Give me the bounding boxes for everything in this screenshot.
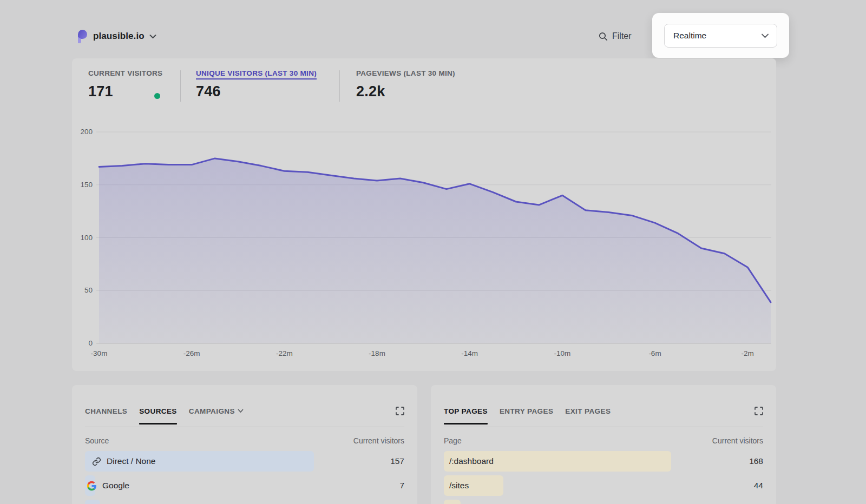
filter-button[interactable]: Filter (599, 30, 632, 43)
page-row-partial (444, 500, 763, 504)
source-name[interactable]: Direct / None (107, 456, 155, 466)
expand-icon[interactable] (395, 406, 405, 416)
source-value: 157 (390, 451, 404, 472)
page-value: 168 (749, 451, 763, 472)
expand-icon[interactable] (753, 406, 764, 416)
divider (85, 427, 404, 427)
period-selector[interactable]: Realtime (664, 24, 777, 48)
y-axis-label: 100 (72, 234, 93, 242)
y-axis-label: 50 (72, 286, 93, 294)
tab-sources[interactable]: SOURCES (139, 407, 177, 415)
y-axis-label: 150 (72, 181, 93, 189)
page-value: 44 (754, 475, 763, 496)
pages-tabs: TOP PAGES ENTRY PAGES EXIT PAGES (444, 404, 763, 417)
x-axis-label: -2m (742, 349, 754, 357)
x-axis-label: -14m (461, 349, 478, 357)
search-icon (599, 32, 608, 41)
tab-exit-pages[interactable]: EXIT PAGES (565, 407, 611, 415)
site-name: plausible.io (93, 31, 145, 42)
column-header: Current visitors (353, 436, 404, 445)
divider (444, 427, 763, 427)
source-row-partial (85, 500, 404, 504)
x-axis-label: -6m (648, 349, 661, 357)
spotlight-highlight: Realtime (652, 13, 789, 58)
chevron-down-icon (761, 33, 769, 38)
sources-panel: CHANNELS SOURCES CAMPAIGNS Source Curren… (72, 385, 417, 504)
chart-canvas (72, 58, 776, 371)
y-axis-label: 200 (72, 128, 93, 136)
dashboard-screen: plausible.io Filter Realtime CURRENT VIS… (0, 0, 866, 504)
x-axis-label: -18m (369, 349, 385, 357)
source-name[interactable]: Google (102, 481, 129, 490)
source-value: 7 (399, 475, 404, 496)
plausible-logo-icon (76, 30, 88, 43)
tab-top-pages[interactable]: TOP PAGES (444, 407, 488, 415)
pages-panel: TOP PAGES ENTRY PAGES EXIT PAGES Page Cu… (431, 385, 776, 504)
visitors-chart-card: CURRENT VISITORS 171 UNIQUE VISITORS (LA… (72, 58, 776, 371)
source-row[interactable]: Google 7 (85, 475, 404, 496)
sources-column-headers: Source Current visitors (85, 436, 404, 445)
column-header: Current visitors (712, 436, 763, 445)
source-bar (85, 500, 100, 504)
x-axis-label: -30m (91, 349, 108, 357)
page-row[interactable]: /sites 44 (444, 475, 763, 496)
source-row[interactable]: Direct / None 157 (85, 451, 404, 472)
column-header: Page (444, 436, 462, 445)
chevron-down-icon (149, 34, 156, 39)
google-icon (87, 481, 97, 491)
x-axis-label: -26m (183, 349, 200, 357)
chevron-down-icon (238, 409, 244, 413)
pages-column-headers: Page Current visitors (444, 436, 763, 445)
tab-channels[interactable]: CHANNELS (85, 407, 127, 415)
period-selected-label: Realtime (673, 31, 706, 41)
visitors-area-chart: 050100150200 -30m-26m-22m-18m-14m-10m-6m… (72, 58, 776, 371)
x-axis-label: -22m (276, 349, 293, 357)
column-header: Source (85, 436, 109, 445)
site-switcher[interactable]: plausible.io (76, 29, 156, 44)
page-row[interactable]: /:dashboard 168 (444, 451, 763, 472)
tab-campaigns[interactable]: CAMPAIGNS (189, 407, 244, 415)
filter-label: Filter (612, 31, 632, 41)
page-bar (444, 500, 461, 504)
tab-entry-pages[interactable]: ENTRY PAGES (500, 407, 553, 415)
y-axis-label: 0 (72, 339, 93, 347)
tab-campaigns-label: CAMPAIGNS (189, 407, 235, 415)
page-name[interactable]: /sites (449, 481, 469, 490)
x-axis-label: -10m (554, 349, 571, 357)
link-icon (92, 457, 101, 466)
page-name[interactable]: /:dashboard (449, 456, 494, 466)
sources-tabs: CHANNELS SOURCES CAMPAIGNS (85, 404, 404, 417)
